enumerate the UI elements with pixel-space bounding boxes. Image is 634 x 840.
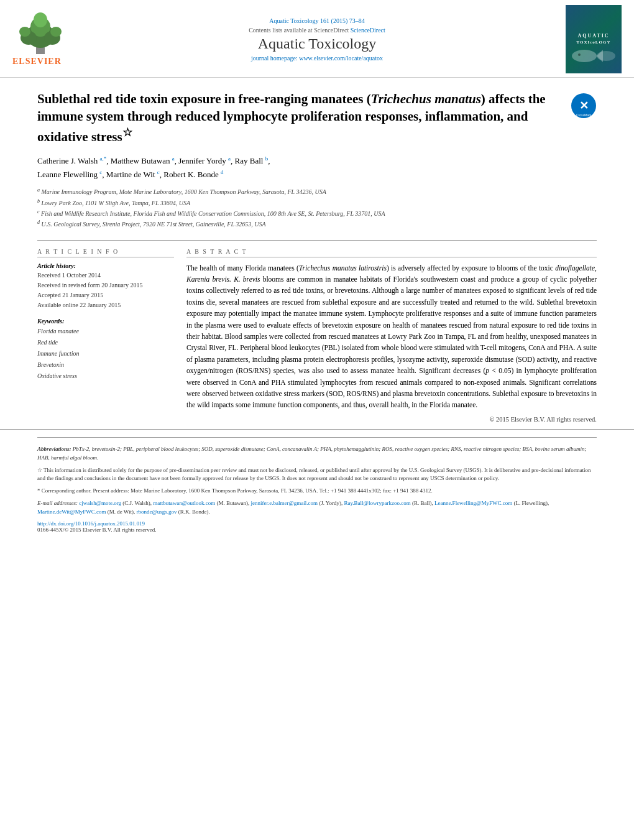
- received-date: Received 1 October 2014: [37, 270, 174, 280]
- email-flewelling[interactable]: Leanne.Flewelling@MyFWC.com: [434, 500, 512, 506]
- sciencedirect-text: Contents lists available at ScienceDirec…: [249, 27, 349, 34]
- keyword-4: Brevetoxin: [37, 359, 174, 371]
- abbreviations-label: Abbreviations:: [37, 446, 71, 452]
- keywords-group: Keywords: Florida manatee Red tide Immun…: [37, 318, 174, 382]
- email-yordy[interactable]: jennifer.e.balmer@gmail.com: [250, 500, 318, 506]
- doi-url[interactable]: http://dx.doi.org/10.1016/j.aquatox.2015…: [37, 520, 145, 527]
- corresponding-note: * Corresponding author. Present address:…: [37, 487, 597, 496]
- journal-citation: Aquatic Toxicology 161 (2015) 73–84: [99, 17, 535, 24]
- copyright-text: © 2015 Elsevier B.V. All rights reserved…: [186, 416, 597, 423]
- email-walsh[interactable]: cjwalsh@mote.org: [79, 500, 121, 506]
- elsevier-logo-section: ELSEVIER: [12, 12, 93, 67]
- article-info-column: A R T I C L E I N F O Article history: R…: [37, 248, 174, 423]
- elsevier-logo: ELSEVIER: [12, 12, 93, 67]
- svg-point-10: [597, 51, 615, 61]
- abbreviations-note: Abbreviations: PbTx-2, brevetoxin-2; PBL…: [37, 445, 597, 463]
- journal-info-center: Aquatic Toxicology 161 (2015) 73–84 Cont…: [93, 17, 541, 62]
- homepage-url[interactable]: www.elsevier.com/locate/aquatox: [299, 55, 383, 62]
- journal-title: Aquatic Toxicology: [99, 35, 535, 52]
- footer-notes: Abbreviations: PbTx-2, brevetoxin-2; PBL…: [0, 429, 634, 533]
- svg-point-6: [19, 27, 30, 37]
- journal-cover-section: AQUATIC TOXIcoLOGY: [541, 5, 622, 73]
- keyword-3: Immune function: [37, 348, 174, 359]
- abstract-column: A B S T R A C T The health of many Flori…: [186, 248, 597, 423]
- article-info-label: A R T I C L E I N F O: [37, 248, 174, 257]
- sciencedirect-link[interactable]: ScienceDirect: [351, 27, 385, 34]
- email-dewit[interactable]: Martine.deWit@MyFWC.com: [37, 509, 106, 515]
- footer-divider: [37, 437, 597, 438]
- email-ball[interactable]: Ray.Ball@lowryparkzoo.com: [344, 500, 410, 506]
- history-label: Article history:: [37, 262, 174, 269]
- elsevier-tree-icon: [12, 12, 68, 55]
- main-content: Sublethal red tide toxin exposure in fre…: [0, 78, 634, 423]
- authors-line: Catherine J. Walsh a,*, Matthew Butawan …: [37, 154, 597, 182]
- cover-line1: AQUATIC: [577, 32, 611, 39]
- article-history: Article history: Received 1 October 2014…: [37, 262, 174, 310]
- elsevier-brand: ELSEVIER: [12, 57, 62, 67]
- affiliation-d: d U.S. Geological Survey, Sirenia Projec…: [37, 219, 597, 229]
- abstract-label: A B S T R A C T: [186, 248, 597, 257]
- article-body: A R T I C L E I N F O Article history: R…: [37, 248, 597, 423]
- keyword-2: Red tide: [37, 337, 174, 348]
- svg-point-8: [572, 50, 597, 62]
- sciencedirect-label: Contents lists available at ScienceDirec…: [99, 27, 535, 34]
- svg-text:CrossMark: CrossMark: [576, 113, 592, 117]
- cover-line2: TOXIcoLOGY: [577, 40, 611, 46]
- cover-text: AQUATIC TOXIcoLOGY: [574, 30, 613, 48]
- available-date: Available online 22 January 2015: [37, 300, 174, 310]
- article-title: Sublethal red tide toxin exposure in fre…: [37, 90, 571, 145]
- keywords-list: Florida manatee Red tide Immune function…: [37, 326, 174, 382]
- crossmark-icon[interactable]: ✕ CrossMark: [571, 93, 597, 119]
- affiliation-b: b Lowry Park Zoo, 1101 W Sligh Ave, Tamp…: [37, 198, 597, 208]
- homepage-text: journal homepage:: [251, 55, 298, 62]
- issn-text: 0166-445X/© 2015 Elsevier B.V. All right…: [37, 527, 597, 533]
- affiliation-c: c Fish and Wildlife Research Institute, …: [37, 208, 597, 219]
- page-header: ELSEVIER Aquatic Toxicology 161 (2015) 7…: [0, 0, 634, 78]
- keyword-5: Oxidative stress: [37, 371, 174, 382]
- affiliations-section: a Marine Immunology Program, Mote Marine…: [37, 187, 597, 229]
- svg-point-11: [578, 53, 581, 56]
- keywords-label: Keywords:: [37, 318, 174, 325]
- revised-date: Received in revised form 20 January 2015: [37, 280, 174, 290]
- keyword-1: Florida manatee: [37, 326, 174, 337]
- homepage-label: journal homepage: www.elsevier.com/locat…: [99, 55, 535, 62]
- email-note: E-mail addresses: cjwalsh@mote.org (C.J.…: [37, 499, 597, 517]
- doi-link[interactable]: http://dx.doi.org/10.1016/j.aquatox.2015…: [37, 520, 597, 527]
- star-note: ☆ This information is distributed solely…: [37, 466, 597, 484]
- svg-text:✕: ✕: [579, 99, 589, 112]
- svg-point-7: [50, 27, 62, 37]
- email-butawan[interactable]: mattbutawan@outlook.com: [153, 500, 215, 506]
- svg-point-3: [34, 12, 47, 27]
- section-divider: [37, 240, 597, 241]
- accepted-date: Accepted 21 January 2015: [37, 290, 174, 300]
- journal-cover-image: AQUATIC TOXIcoLOGY: [566, 5, 622, 73]
- page: ELSEVIER Aquatic Toxicology 161 (2015) 7…: [0, 0, 634, 840]
- affiliation-a: a Marine Immunology Program, Mote Marine…: [37, 187, 597, 197]
- email-bonde[interactable]: rbonde@usgs.gov: [136, 509, 177, 515]
- abstract-text: The health of many Florida manatees (Tri…: [186, 262, 597, 411]
- article-title-section: Sublethal red tide toxin exposure in fre…: [37, 90, 597, 145]
